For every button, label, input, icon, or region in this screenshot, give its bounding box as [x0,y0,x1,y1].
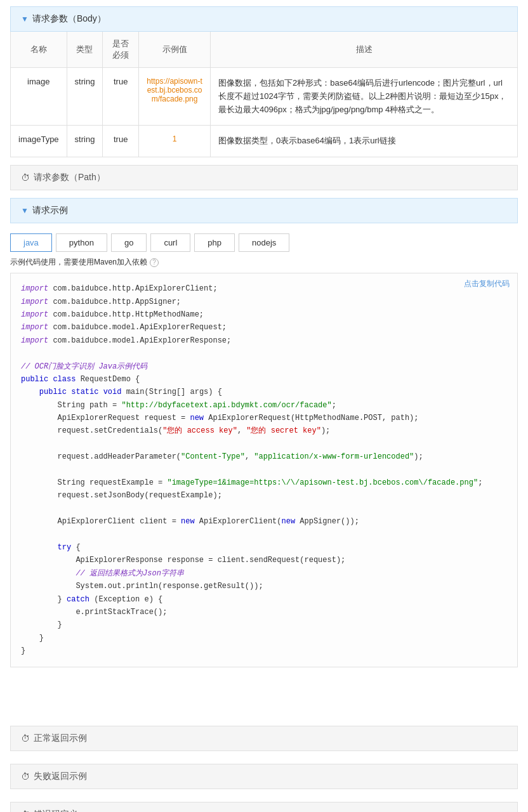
example-header[interactable]: ▼ 请求示例 [10,198,518,223]
body-params-title: 请求参数（Body） [32,13,106,25]
param-name-image: image [11,68,67,126]
request-params-body-section: ▼ 请求参数（Body） 名称 类型 是否必须 示例值 描述 image str… [10,6,518,157]
language-tabs: java python go curl php nodejs [10,233,518,252]
error-code-title: 错误码定义 [34,809,78,812]
tab-python[interactable]: python [56,233,107,252]
param-required-imagetype: true [103,126,139,157]
table-row: imageType string true 1 图像数据类型，0表示base64… [11,126,518,157]
path-params-header[interactable]: ⏱ 请求参数（Path） [10,165,518,190]
params-table: 名称 类型 是否必须 示例值 描述 image string true http… [10,32,518,157]
tab-curl[interactable]: curl [150,233,190,252]
fail-return-title: 失败返回示例 [34,771,87,782]
collapse-arrow-example-icon: ▼ [21,206,29,215]
path-params-title: 请求参数（Path） [34,172,105,183]
error-code-header[interactable]: ⏱ 错误码定义 [10,802,518,812]
normal-return-title: 正常返回示例 [34,733,87,744]
param-name-imagetype: imageType [11,126,67,157]
fail-return-section: ⏱ 失败返回示例 [10,764,518,789]
example-title: 请求示例 [32,205,68,216]
collapse-arrow-icon: ▼ [21,15,29,23]
col-example: 示例值 [139,32,211,68]
clock-icon-path: ⏱ [21,173,30,183]
param-desc-imagetype: 图像数据类型，0表示base64编码，1表示url链接 [211,126,518,157]
param-type-imagetype: string [67,126,103,157]
normal-return-section: ⏱ 正常返回示例 [10,726,518,751]
tab-go[interactable]: go [111,233,147,252]
request-params-path-section: ⏱ 请求参数（Path） [10,165,518,190]
clock-icon-error: ⏱ [21,809,30,812]
normal-return-header[interactable]: ⏱ 正常返回示例 [10,726,518,751]
clock-icon-fail: ⏱ [21,771,30,782]
error-code-section: ⏱ 错误码定义 [10,802,518,812]
param-example-imagetype: 1 [139,126,211,157]
maven-note-text: 示例代码使用，需要使用Maven加入依赖 [10,257,147,268]
tab-nodejs[interactable]: nodejs [239,233,289,252]
tab-php[interactable]: php [194,233,235,252]
body-params-header[interactable]: ▼ 请求参数（Body） [10,6,518,32]
col-desc: 描述 [211,32,518,68]
col-type: 类型 [67,32,103,68]
maven-note: 示例代码使用，需要使用Maven加入依赖 ? [10,257,518,268]
copy-code-button[interactable]: 点击复制代码 [464,278,510,289]
tab-java[interactable]: java [10,233,52,252]
help-icon[interactable]: ? [150,258,159,267]
param-required-image: true [103,68,139,126]
param-desc-image: 图像数据，包括如下2种形式：base64编码后进行urlencode；图片完整u… [211,68,518,126]
clock-icon-normal: ⏱ [21,733,30,743]
fail-return-header[interactable]: ⏱ 失败返回示例 [10,764,518,789]
param-example-image: https://apisown-test.bj.bcebos.com/facad… [139,68,211,126]
code-block: import com.baidubce.http.ApiExplorerClie… [11,273,517,666]
param-type-image: string [67,68,103,126]
col-name: 名称 [11,32,67,68]
table-row: image string true https://apisown-test.b… [11,68,518,126]
request-example-section: ▼ 请求示例 java python go curl php nodejs 示例… [10,198,518,669]
col-required: 是否必须 [103,32,139,68]
code-block-wrapper: 点击复制代码 import com.baidubce.http.ApiExplo… [10,273,518,667]
